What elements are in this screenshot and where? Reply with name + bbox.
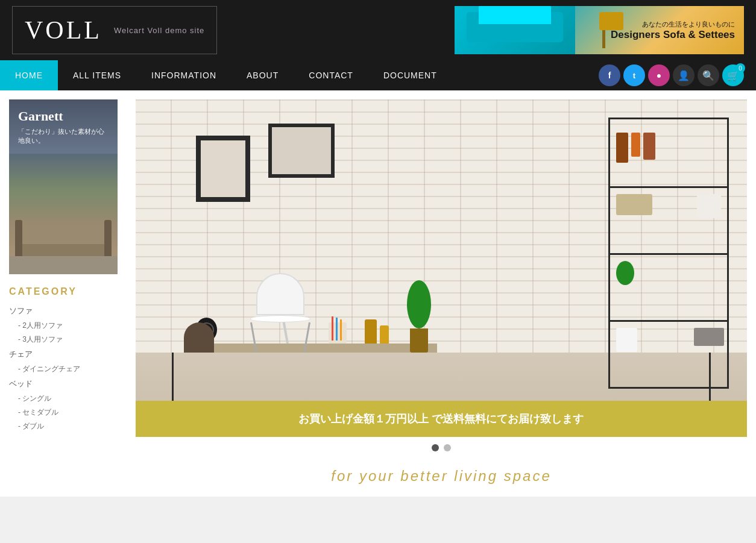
slider-dot-1[interactable] <box>432 444 439 451</box>
twitter-icon[interactable]: t <box>623 64 645 86</box>
shelf-unit <box>608 118 729 389</box>
category-2person-sofa[interactable]: 2人用ソファ <box>9 319 118 333</box>
category-heading: CATEGORY <box>9 286 118 297</box>
wall-frame-1 <box>196 136 250 202</box>
slider-dot-2[interactable] <box>444 444 451 451</box>
banner-title: Designers Sofa & Settees <box>611 29 735 41</box>
category-dining-chair[interactable]: ダイニングチェア <box>9 362 118 376</box>
slide-1: お買い上げ金額１万円以上 で送料無料にてお届け致します <box>136 99 747 437</box>
shelf-1 <box>608 186 729 188</box>
nav-home[interactable]: HOME <box>0 60 58 90</box>
category-3person-sofa[interactable]: 3人用ソファ <box>9 333 118 347</box>
category-single[interactable]: シングル <box>9 392 118 406</box>
wall-frame-2 <box>268 124 335 178</box>
header-banner[interactable]: あなたの生活をより良いものに Designers Sofa & Settees <box>455 6 744 54</box>
site-tagline: Welcart Voll demo site <box>114 26 204 35</box>
bottle-1 <box>365 319 377 344</box>
site-logo[interactable]: VOLL <box>25 16 102 45</box>
banner-subtitle: あなたの生活をより良いものに <box>642 20 735 29</box>
shelf-2 <box>608 253 729 255</box>
main-area: お買い上げ金額１万円以上 で送料無料にてお届け致します for your bet… <box>127 90 756 497</box>
room-scene <box>136 99 747 437</box>
category-chair[interactable]: チェア <box>9 347 118 362</box>
nav-document[interactable]: DOCUMENT <box>368 60 452 90</box>
sidebar: Garnett 「こだわり」抜いた素材が心地良い。 CATEGORY ソファ 2… <box>0 90 127 497</box>
nav-all-items[interactable]: ALL ITEMS <box>58 60 136 90</box>
main-content: Garnett 「こだわり」抜いた素材が心地良い。 CATEGORY ソファ 2… <box>0 90 756 497</box>
category-double[interactable]: ダブル <box>9 419 118 433</box>
desk-plant <box>407 280 431 353</box>
chair <box>250 273 310 353</box>
category-sofa[interactable]: ソファ <box>9 303 118 319</box>
account-icon[interactable]: 👤 <box>673 64 695 86</box>
logo-area: VOLL Welcart Voll demo site <box>12 6 217 54</box>
facebook-icon[interactable]: f <box>599 64 620 86</box>
category-semi-double[interactable]: セミダブル <box>9 406 118 419</box>
main-tagline: for your better living space <box>136 459 747 488</box>
pencil-holder <box>329 322 347 344</box>
bottle-2 <box>380 325 389 344</box>
nav-items: HOME ALL ITEMS INFORMATION ABOUT CONTACT… <box>0 60 452 90</box>
shelf-3 <box>608 320 729 322</box>
nav-information[interactable]: INFORMATION <box>136 60 232 90</box>
sidebar-product-name: Garnett <box>18 108 109 124</box>
wood-stump <box>184 322 214 353</box>
search-icon[interactable]: 🔍 <box>698 64 719 86</box>
nav-about[interactable]: ABOUT <box>232 60 294 90</box>
desk <box>184 344 437 353</box>
nav-icons: f t ● 👤 🔍 🛒 0 <box>599 64 756 86</box>
cart-badge: 0 <box>736 63 745 73</box>
hero-slider[interactable]: お買い上げ金額１万円以上 で送料無料にてお届け致します <box>136 99 747 437</box>
cart-icon[interactable]: 🛒 0 <box>722 64 744 86</box>
sidebar-product-image[interactable]: Garnett 「こだわり」抜いた素材が心地良い。 <box>9 99 118 274</box>
site-header: VOLL Welcart Voll demo site あなたの生活をより良いも… <box>0 0 756 60</box>
sidebar-product-desc: 「こだわり」抜いた素材が心地良い。 <box>18 127 109 145</box>
slide-caption: お買い上げ金額１万円以上 で送料無料にてお届け致します <box>136 401 747 437</box>
slider-dots <box>136 437 747 459</box>
navigation: HOME ALL ITEMS INFORMATION ABOUT CONTACT… <box>0 60 756 90</box>
instagram-icon[interactable]: ● <box>648 64 670 86</box>
nav-contact[interactable]: CONTACT <box>294 60 368 90</box>
category-bed[interactable]: ベッド <box>9 376 118 392</box>
